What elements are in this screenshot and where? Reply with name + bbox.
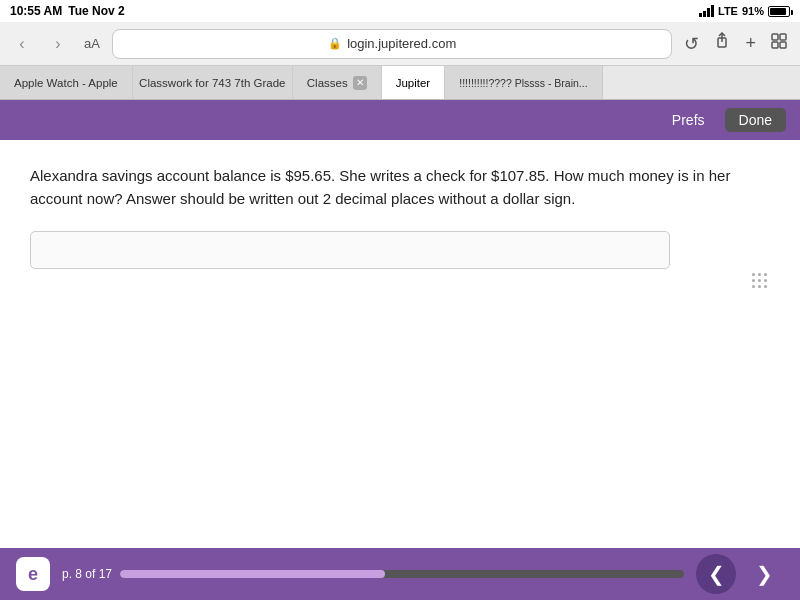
resize-handle[interactable]: [752, 273, 768, 289]
reload-button[interactable]: ↺: [680, 31, 703, 57]
forward-button[interactable]: ›: [44, 30, 72, 58]
tab-classes[interactable]: Classes ✕: [293, 66, 382, 99]
tab-classwork[interactable]: Classwork for 743 7th Grade: [133, 66, 293, 99]
app-icon: e: [16, 557, 50, 591]
app-icon-label: e: [28, 564, 38, 585]
status-left: 10:55 AM Tue Nov 2: [10, 4, 125, 18]
prev-button[interactable]: ❮: [696, 554, 736, 594]
url-display: login.jupitered.com: [347, 36, 456, 51]
tab-close-icon[interactable]: ✕: [353, 76, 367, 90]
tab-plssss[interactable]: !!!!!!!!!!???? Plssss - Brain...: [445, 66, 602, 99]
address-bar[interactable]: 🔒 login.jupitered.com: [112, 29, 673, 59]
back-button[interactable]: ‹: [8, 30, 36, 58]
time-display: 10:55 AM: [10, 4, 62, 18]
reader-button[interactable]: aA: [80, 34, 104, 53]
status-right: LTE 91%: [699, 5, 790, 17]
done-label: Done: [739, 112, 772, 128]
tab-label: Classwork for 743 7th Grade: [139, 77, 285, 89]
next-button[interactable]: ❯: [744, 554, 784, 594]
progress-label: p. 8 of 17: [62, 567, 112, 581]
back-icon: ‹: [19, 35, 24, 53]
svg-rect-2: [780, 34, 786, 40]
tab-label: Jupiter: [396, 77, 431, 89]
tab-label: Classes: [307, 77, 348, 89]
tab-label: Apple Watch - Apple: [14, 77, 118, 89]
browser-toolbar: ‹ › aA 🔒 login.jupitered.com ↺ +: [0, 22, 800, 66]
bottom-bar: e p. 8 of 17 ❮ ❯: [0, 548, 800, 600]
plus-icon: +: [745, 33, 756, 54]
prev-icon: ❮: [708, 562, 725, 586]
tab-bar: Apple Watch - Apple Classwork for 743 7t…: [0, 66, 800, 100]
nav-arrows: ❮ ❯: [696, 554, 784, 594]
prefs-button[interactable]: Prefs: [662, 108, 715, 132]
svg-rect-1: [772, 34, 778, 40]
next-icon: ❯: [756, 562, 773, 586]
answer-input[interactable]: [30, 231, 670, 269]
share-button[interactable]: [709, 30, 735, 57]
battery-icon: [768, 6, 790, 17]
lock-icon: 🔒: [328, 37, 342, 50]
progress-bar-fill: [120, 570, 385, 578]
status-bar: 10:55 AM Tue Nov 2 LTE 91%: [0, 0, 800, 22]
main-content: Alexandra savings account balance is $95…: [0, 140, 800, 285]
tabs-icon: [770, 32, 788, 55]
reader-label: aA: [84, 36, 100, 51]
signal-bars: [699, 5, 714, 17]
tab-apple-watch[interactable]: Apple Watch - Apple: [0, 66, 133, 99]
progress-section: p. 8 of 17: [62, 567, 684, 581]
toolbar-actions: ↺ +: [680, 30, 792, 57]
date-display: Tue Nov 2: [68, 4, 124, 18]
progress-bar-bg: [120, 570, 684, 578]
share-icon: [713, 32, 731, 55]
new-tab-button[interactable]: +: [741, 31, 760, 56]
done-button[interactable]: Done: [725, 108, 786, 132]
svg-rect-4: [780, 42, 786, 48]
content-area: Alexandra savings account balance is $95…: [0, 140, 800, 548]
prefs-label: Prefs: [672, 112, 705, 128]
svg-rect-3: [772, 42, 778, 48]
forward-icon: ›: [55, 35, 60, 53]
app-header: Prefs Done: [0, 100, 800, 140]
tab-jupiter[interactable]: Jupiter: [382, 66, 446, 99]
reload-icon: ↺: [684, 33, 699, 55]
question-text: Alexandra savings account balance is $95…: [30, 164, 770, 211]
answer-wrapper: [30, 231, 770, 269]
tab-label: !!!!!!!!!!???? Plssss - Brain...: [459, 77, 587, 89]
battery-text: 91%: [742, 5, 764, 17]
network-label: LTE: [718, 5, 738, 17]
tabs-button[interactable]: [766, 30, 792, 57]
